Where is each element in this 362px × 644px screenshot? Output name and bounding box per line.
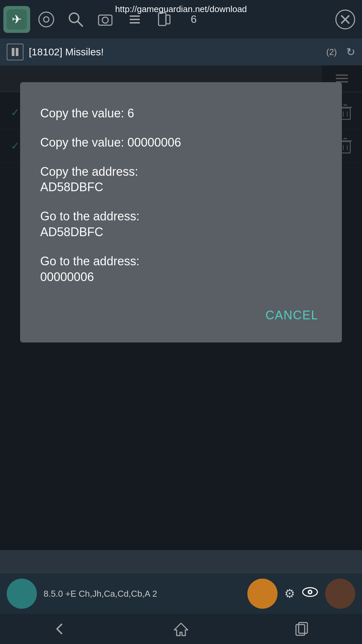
svg-point-33 xyxy=(309,591,311,593)
back-button[interactable] xyxy=(47,615,74,642)
eye-icon[interactable] xyxy=(302,586,318,601)
search-icon[interactable] xyxy=(62,6,89,33)
recents-button[interactable] xyxy=(288,615,315,642)
copy-value-full[interactable]: Copy the value: 00000006 xyxy=(40,128,325,157)
copy-value-short[interactable]: Copy the value: 6 xyxy=(40,99,325,128)
svg-marker-34 xyxy=(174,623,188,636)
context-menu-dialog: Copy the value: 6 Copy the value: 000000… xyxy=(20,82,342,342)
goto-address-value[interactable]: Go to the address:00000006 xyxy=(40,247,325,292)
svg-rect-11 xyxy=(159,13,166,25)
bottom-status-bar: 8.5.0 +E Ch,Jh,Ca,Cd,Cb,A 2 ⚙ xyxy=(0,574,362,614)
svg-line-5 xyxy=(77,21,83,26)
refresh-button[interactable]: ↻ xyxy=(346,46,355,58)
dialog-footer: CANCEL xyxy=(40,302,325,326)
second-toolbar: [18102] Missiles! (2) ↻ xyxy=(0,39,362,65)
top-toolbar: http://gameguardian.net/download ✈ xyxy=(0,0,362,39)
copy-address[interactable]: Copy the address:AD58DBFC xyxy=(40,157,325,202)
settings-icon[interactable] xyxy=(33,6,60,33)
close-button[interactable] xyxy=(332,6,359,33)
status-circle-orange[interactable] xyxy=(247,579,278,609)
navigation-bar xyxy=(0,614,362,644)
url-label: http://gameguardian.net/download xyxy=(115,4,247,14)
svg-point-3 xyxy=(44,17,49,22)
svg-point-2 xyxy=(39,12,54,27)
pause-button[interactable] xyxy=(7,44,23,60)
status-circle-teal[interactable] xyxy=(7,579,37,609)
svg-rect-16 xyxy=(12,48,14,56)
svg-point-4 xyxy=(69,13,79,22)
svg-point-7 xyxy=(102,17,108,23)
process-title: [18102] Missiles! xyxy=(29,46,321,58)
svg-rect-12 xyxy=(166,15,170,24)
app-icon[interactable]: ✈ xyxy=(3,6,30,33)
goto-address-hex[interactable]: Go to the address:AD58DBFC xyxy=(40,202,325,247)
camera-icon[interactable] xyxy=(92,6,119,33)
svg-text:✈: ✈ xyxy=(12,12,22,26)
main-content: ✓ ✓ xyxy=(0,65,362,550)
svg-rect-17 xyxy=(16,48,18,56)
status-circle-dark[interactable] xyxy=(325,579,355,609)
result-count: (2) xyxy=(326,47,337,57)
home-button[interactable] xyxy=(168,615,194,642)
gear-icon-bottom[interactable]: ⚙ xyxy=(284,587,295,601)
version-text: 8.5.0 +E Ch,Jh,Ca,Cd,Cb,A 2 xyxy=(44,589,241,599)
cancel-button[interactable]: CANCEL xyxy=(259,305,325,326)
